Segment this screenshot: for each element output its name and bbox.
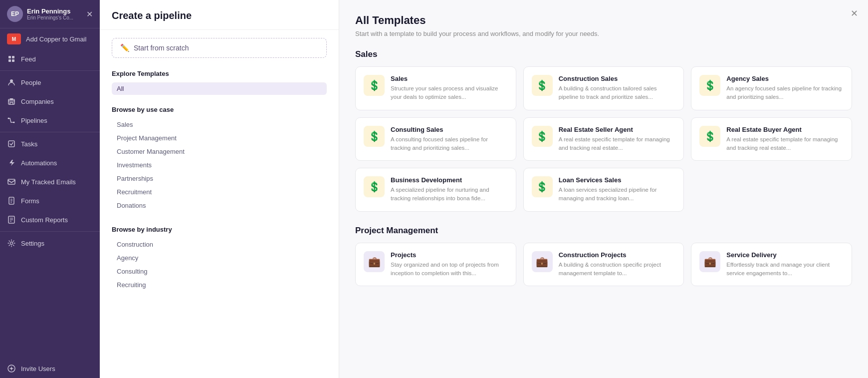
sidebar-divider xyxy=(0,70,100,71)
template-card-construction-sales[interactable]: 💲 Construction Sales A building & constr… xyxy=(523,66,684,110)
template-card-loan-services[interactable]: 💲 Loan Services Sales A loan services sp… xyxy=(523,168,684,212)
dialog-close-button[interactable]: ✕ xyxy=(851,8,858,19)
person-icon xyxy=(7,78,16,87)
filter-project-management[interactable]: Project Management xyxy=(112,132,327,144)
filter-construction[interactable]: Construction xyxy=(112,238,327,251)
svg-rect-3 xyxy=(12,59,14,62)
template-icon: 💲 xyxy=(532,176,553,197)
browse-use-case-label: Browse by use case xyxy=(112,106,327,113)
svg-rect-5 xyxy=(8,99,14,104)
template-icon: 💼 xyxy=(699,251,720,272)
user-info: Erin Pennings Erin Pennings's Co... xyxy=(27,7,73,20)
template-card-re-seller[interactable]: 💲 Real Estate Seller Agent A real estate… xyxy=(523,117,684,161)
template-name: Loan Services Sales xyxy=(559,176,676,184)
filter-consulting[interactable]: Consulting xyxy=(112,265,327,278)
explore-label: Explore Templates xyxy=(112,70,327,77)
template-name: Construction Projects xyxy=(559,251,676,259)
template-icon: 💼 xyxy=(532,251,553,272)
sidebar-invite-users[interactable]: Invite Users xyxy=(0,359,100,378)
sidebar-item-label: Companies xyxy=(21,98,54,105)
template-card-service-delivery[interactable]: 💼 Service Delivery Effortlessly track an… xyxy=(691,243,852,287)
dialog-header: Create a pipeline xyxy=(100,0,339,30)
template-card-consulting-sales[interactable]: 💲 Consulting Sales A consulting focused … xyxy=(355,117,516,161)
building-icon xyxy=(7,97,16,106)
sidebar-item-label: Tasks xyxy=(21,140,37,148)
explore-templates-section: Explore Templates All xyxy=(100,66,339,96)
sidebar-item-label: People xyxy=(21,79,41,86)
category-project-mgmt-title: Project Management xyxy=(355,226,852,236)
template-card-agency-sales[interactable]: 💲 Agency Sales An agency focused sales p… xyxy=(691,66,852,110)
sidebar: EP Erin Pennings Erin Pennings's Co... ✕… xyxy=(0,0,100,378)
filter-investments[interactable]: Investments xyxy=(112,159,327,171)
sidebar-item-label: Add Copper to Gmail xyxy=(26,35,86,43)
sidebar-item-gmail[interactable]: M Add Copper to Gmail xyxy=(0,28,100,49)
template-card-biz-dev[interactable]: 💲 Business Development A specialized pip… xyxy=(355,168,516,212)
filter-sales[interactable]: Sales xyxy=(112,118,327,131)
template-name: Consulting Sales xyxy=(391,126,508,133)
sidebar-user[interactable]: EP Erin Pennings Erin Pennings's Co... xyxy=(7,6,73,22)
template-desc: A real estate specific template for mana… xyxy=(726,135,844,153)
start-from-scratch-button[interactable]: ✏️ Start from scratch xyxy=(112,38,327,58)
filter-partnerships[interactable]: Partnerships xyxy=(112,172,327,185)
template-card-sales[interactable]: 💲 Sales Structure your sales process and… xyxy=(355,66,516,110)
gmail-icon: M xyxy=(7,33,21,44)
template-icon: 💲 xyxy=(364,126,385,147)
sidebar-item-tasks[interactable]: Tasks xyxy=(0,134,100,153)
avatar: EP xyxy=(7,6,23,22)
template-card-construction-projects[interactable]: 💼 Construction Projects A building & con… xyxy=(523,243,684,287)
sidebar-item-pipelines[interactable]: Pipelines xyxy=(0,111,100,130)
pipeline-icon xyxy=(7,116,16,125)
sidebar-item-people[interactable]: People xyxy=(0,73,100,92)
svg-rect-2 xyxy=(8,59,11,62)
dialog-container: Create a pipeline ✏️ Start from scratch … xyxy=(100,0,868,378)
project-template-grid: 💼 Projects Stay organized and on top of … xyxy=(355,243,852,287)
filter-customer-management[interactable]: Customer Management xyxy=(112,145,327,158)
template-desc: Structure your sales process and visuali… xyxy=(391,84,508,102)
user-sub: Erin Pennings's Co... xyxy=(27,15,73,20)
sidebar-item-automations[interactable]: Automations xyxy=(0,153,100,172)
template-card-projects[interactable]: 💼 Projects Stay organized and on top of … xyxy=(355,243,516,287)
template-icon-sales: 💲 xyxy=(364,75,385,96)
filter-recruitment[interactable]: Recruitment xyxy=(112,186,327,198)
filter-recruiting[interactable]: Recruiting xyxy=(112,279,327,291)
sidebar-divider xyxy=(0,231,100,232)
template-card-re-buyer[interactable]: 💲 Real Estate Buyer Agent A real estate … xyxy=(691,117,852,161)
template-name: Construction Sales xyxy=(559,75,676,82)
template-desc: A building & construction tailored sales… xyxy=(559,84,676,102)
template-name: Projects xyxy=(391,251,508,259)
browse-industry-label: Browse by industry xyxy=(112,226,327,233)
sidebar-item-feed[interactable]: Feed xyxy=(0,49,100,68)
templates-subtitle: Start with a template to build your proc… xyxy=(355,30,852,37)
sidebar-close-button[interactable]: ✕ xyxy=(86,9,93,19)
sidebar-divider xyxy=(0,132,100,132)
filter-agency[interactable]: Agency xyxy=(112,252,327,264)
svg-rect-0 xyxy=(8,56,11,58)
gear-icon xyxy=(7,239,16,248)
filter-all[interactable]: All xyxy=(112,82,327,95)
sidebar-item-settings[interactable]: Settings xyxy=(0,234,100,253)
sidebar-item-forms[interactable]: Forms xyxy=(0,191,100,210)
sidebar-item-label: Custom Reports xyxy=(21,216,68,224)
template-icon: 💲 xyxy=(532,126,553,147)
invite-users-label: Invite Users xyxy=(21,365,55,373)
templates-heading: All Templates xyxy=(355,14,852,27)
template-name: Service Delivery xyxy=(726,251,844,259)
svg-point-4 xyxy=(10,79,13,82)
template-desc: An agency focused sales pipeline for tra… xyxy=(726,84,844,102)
svg-point-7 xyxy=(13,122,15,123)
sidebar-item-tracked-emails[interactable]: My Tracked Emails xyxy=(0,172,100,191)
template-desc: Effortlessly track and manage your clien… xyxy=(726,261,844,278)
user-name: Erin Pennings xyxy=(27,7,73,15)
start-from-scratch-label: Start from scratch xyxy=(134,44,189,52)
sidebar-header: EP Erin Pennings Erin Pennings's Co... ✕ xyxy=(0,0,100,28)
feed-icon xyxy=(7,54,16,63)
template-name: Agency Sales xyxy=(726,75,844,82)
sidebar-item-custom-reports[interactable]: Custom Reports xyxy=(0,210,100,229)
bolt-icon xyxy=(7,158,16,167)
template-desc: A building & construction specific proje… xyxy=(559,261,676,278)
browse-industry-section: Browse by industry Construction Agency C… xyxy=(100,213,339,300)
sidebar-item-companies[interactable]: Companies xyxy=(0,92,100,111)
pencil-icon: ✏️ xyxy=(120,43,130,52)
filter-donations[interactable]: Donations xyxy=(112,199,327,212)
svg-point-19 xyxy=(10,242,13,245)
